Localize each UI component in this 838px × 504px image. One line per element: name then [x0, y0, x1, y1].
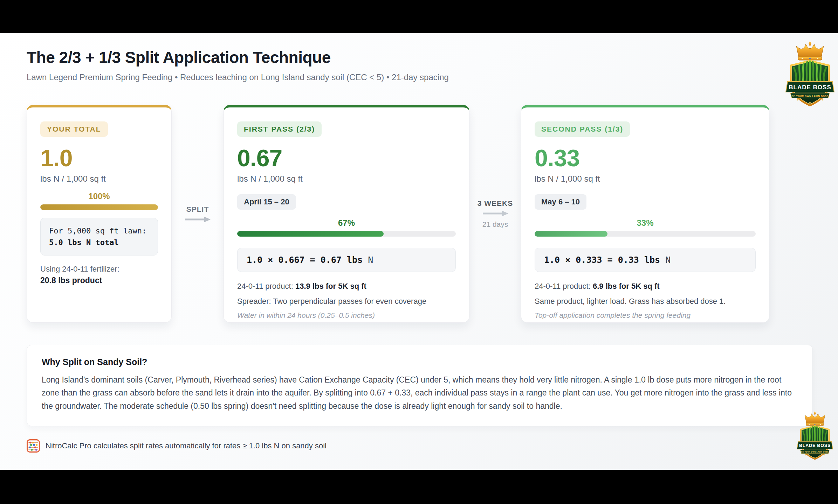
second-pass-formula-box: 1.0 × 0.333 = 0.33 lbs N — [535, 248, 756, 272]
first-pass-percent-label: 67% — [237, 218, 456, 228]
crown-icon — [796, 41, 824, 60]
fertilizer-value: 20.8 lbs product — [40, 276, 158, 285]
second-pass-percent-label: 33% — [535, 218, 756, 228]
second-pass-value: 0.33 — [535, 146, 756, 170]
total-badge: YOUR TOTAL — [40, 121, 108, 137]
first-pass-product-line: 24-0-11 product: 13.9 lbs for 5K sq ft — [237, 282, 456, 291]
why-split-panel: Why Split on Sandy Soil? Long Island's d… — [27, 345, 813, 426]
first-pass-formula-unit: N — [368, 255, 373, 265]
page-subtitle: Lawn Legend Premium Spring Feeding • Red… — [27, 72, 692, 82]
second-pass-card: SECOND PASS (1/3) 0.33 lbs N / 1,000 sq … — [521, 105, 769, 323]
brand-tagline: · BE YOUR OWN LAWN BOSS · — [790, 95, 830, 97]
page-canvas: The 2/3 + 1/3 Split Application Techniqu… — [0, 33, 838, 470]
page-header: The 2/3 + 1/3 Split Application Techniqu… — [27, 48, 692, 82]
first-pass-tip: Spreader: Two perpendicular passes for e… — [237, 297, 456, 306]
second-pass-formula: 1.0 × 0.333 = 0.33 lbs — [544, 255, 660, 265]
second-pass-formula-unit: N — [665, 255, 671, 265]
footer-note-text: NitroCalc Pro calculates split rates aut… — [46, 441, 327, 450]
first-pass-card: FIRST PASS (2/3) 0.67 lbs N / 1,000 sq f… — [224, 105, 469, 323]
total-unit: lbs N / 1,000 sq ft — [40, 174, 158, 184]
second-pass-date-chip: May 6 – 10 — [535, 194, 586, 210]
second-pass-badge: SECOND PASS (1/3) — [535, 121, 630, 137]
total-progress-fill — [40, 204, 158, 210]
first-pass-progress-fill — [237, 231, 384, 237]
split-label: SPLIT — [186, 205, 209, 214]
fertilizer-label: Using 24-0-11 fertilizer: — [40, 265, 158, 274]
weeks-label: 3 WEEKS — [478, 199, 513, 208]
first-pass-unit: lbs N / 1,000 sq ft — [237, 174, 456, 184]
blade-boss-logo: BLADE BOSS · BE YOUR OWN LAWN BOSS · — [785, 41, 834, 107]
second-pass-product-line: 24-0-11 product: 6.9 lbs for 5K sq ft — [535, 282, 756, 291]
product-value: 13.9 lbs for 5K sq ft — [295, 282, 366, 290]
product-label: 24-0-11 product: — [535, 282, 591, 290]
right-arrow-icon — [184, 216, 211, 223]
lawn-total-box: For 5,000 sq ft lawn: 5.0 lbs N total — [40, 218, 158, 255]
split-connector: SPLIT — [172, 105, 224, 323]
blade-boss-logo: BLADE BOSS · BE YOUR OWN LAWN BOSS · — [797, 411, 833, 461]
abacus-icon — [27, 439, 40, 453]
first-pass-formula-box: 1.0 × 0.667 = 0.67 lbs N — [237, 248, 456, 272]
split-flow: YOUR TOTAL 1.0 lbs N / 1,000 sq ft 100% … — [27, 105, 769, 323]
weeks-connector: 3 WEEKS 21 days — [469, 105, 521, 323]
why-split-body: Long Island's dominant soils (Carver, Pl… — [42, 373, 798, 413]
second-pass-note: Top-off application completes the spring… — [535, 311, 756, 320]
first-pass-badge: FIRST PASS (2/3) — [237, 121, 322, 137]
second-pass-progress-fill — [535, 231, 607, 237]
product-value: 6.9 lbs for 5K sq ft — [593, 282, 660, 290]
weeks-sublabel: 21 days — [482, 220, 508, 229]
footer-note: NitroCalc Pro calculates split rates aut… — [27, 439, 327, 453]
brand-tagline: · BE YOUR OWN LAWN BOSS · — [800, 451, 830, 453]
total-card: YOUR TOTAL 1.0 lbs N / 1,000 sq ft 100% … — [27, 105, 172, 323]
first-pass-value: 0.67 — [237, 146, 456, 170]
crown-icon — [805, 411, 825, 426]
second-pass-tip: Same product, lighter load. Grass has ab… — [535, 297, 756, 306]
second-pass-progress-track — [535, 231, 756, 237]
first-pass-note: Water in within 24 hours (0.25–0.5 inche… — [237, 311, 456, 320]
second-pass-unit: lbs N / 1,000 sq ft — [535, 174, 756, 184]
brand-name: BLADE BOSS — [789, 84, 831, 91]
brand-name: BLADE BOSS — [799, 443, 831, 448]
first-pass-formula: 1.0 × 0.667 = 0.67 lbs — [247, 255, 363, 265]
total-progress-track — [40, 204, 158, 210]
page-title: The 2/3 + 1/3 Split Application Techniqu… — [27, 48, 692, 67]
lawn-total-value: 5.0 lbs N total — [49, 237, 149, 248]
lawn-total-intro: For 5,000 sq ft lawn: — [49, 225, 149, 237]
total-value: 1.0 — [40, 146, 158, 170]
right-arrow-icon — [482, 210, 509, 217]
why-split-heading: Why Split on Sandy Soil? — [42, 357, 798, 367]
first-pass-date-chip: April 15 – 20 — [237, 194, 296, 210]
product-label: 24-0-11 product: — [237, 282, 293, 290]
first-pass-progress-track — [237, 231, 456, 237]
total-percent-label: 100% — [40, 191, 158, 201]
